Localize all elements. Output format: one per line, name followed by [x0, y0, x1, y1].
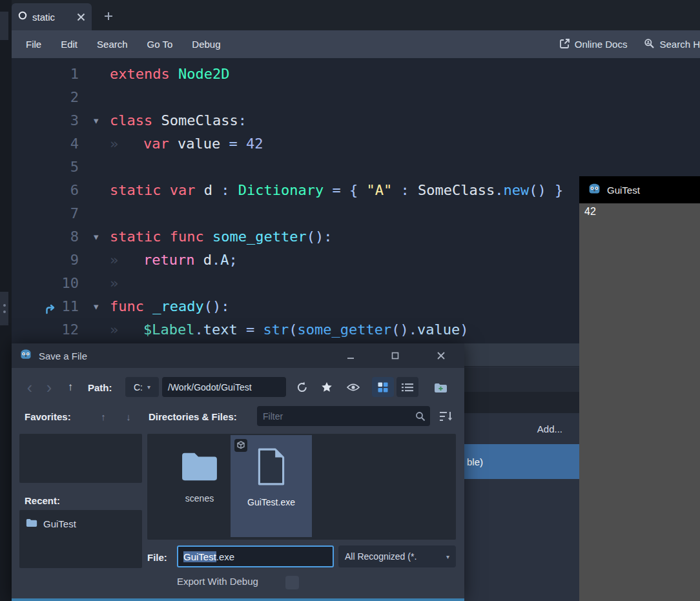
code-token: some_getter: [212, 229, 307, 245]
export-preset-selected-row[interactable]: ble): [464, 444, 579, 479]
code-line-3[interactable]: 3▾class SomeClass:: [12, 109, 700, 132]
code-token: Node2D: [178, 66, 229, 82]
line-number[interactable]: 5: [12, 156, 79, 179]
favorite-move-up-button[interactable]: ↑: [96, 406, 110, 427]
code-token: [238, 321, 246, 338]
line-number[interactable]: 3: [12, 109, 79, 132]
tab-static[interactable]: static: [12, 3, 92, 30]
show-hidden-toggle[interactable]: [344, 376, 363, 399]
add-preset-button[interactable]: Add...: [464, 413, 579, 444]
override-indicator-icon: [45, 301, 57, 318]
file-item-guitest-exe[interactable]: GuiTest.exe: [231, 435, 312, 537]
sort-toggle-button[interactable]: [437, 406, 456, 427]
filename-input[interactable]: GuiTest.exe: [177, 545, 334, 567]
menu-edit[interactable]: Edit: [61, 39, 77, 50]
directories-files-label: Directories & Files:: [149, 406, 237, 427]
create-folder-button[interactable]: [429, 376, 452, 399]
recent-item-guitest[interactable]: GuiTest: [19, 518, 142, 529]
files-list[interactable]: scenes GuiTest.exe: [147, 434, 456, 540]
code-text: »$Label.text = str(some_getter().value): [110, 318, 468, 341]
eye-icon: [347, 383, 360, 392]
fold-arrow-icon[interactable]: ▾: [94, 295, 99, 318]
godot-editor-root: static File Edit Search Go To Debug Onli…: [0, 0, 700, 601]
external-link-icon: [559, 38, 570, 51]
menu-search[interactable]: Search: [97, 39, 128, 50]
code-line-2[interactable]: 2: [12, 86, 700, 109]
code-token: :: [238, 112, 247, 128]
path-input[interactable]: /Work/Godot/GuiTest: [162, 377, 286, 397]
recent-list[interactable]: GuiTest: [19, 510, 142, 568]
file-label: File:: [147, 547, 167, 567]
code-token: new: [503, 182, 529, 198]
line-number[interactable]: 6: [12, 179, 79, 202]
folder-icon: [26, 518, 37, 529]
line-number[interactable]: 12: [12, 318, 79, 341]
drive-dropdown[interactable]: C: ▾: [125, 377, 159, 397]
refresh-button[interactable]: [293, 376, 311, 399]
refresh-icon: [296, 382, 308, 393]
new-tab-button[interactable]: [101, 9, 116, 23]
line-number[interactable]: 10: [12, 272, 79, 295]
line-number[interactable]: 7: [12, 202, 79, 225]
code-token: (): [391, 321, 409, 338]
close-button[interactable]: [429, 343, 453, 368]
up-directory-button[interactable]: ↑: [62, 376, 79, 399]
code-token: [144, 298, 152, 314]
code-token: [170, 66, 178, 82]
code-line-4[interactable]: 4»var value = 42: [12, 132, 700, 156]
code-token: var: [143, 136, 169, 152]
code-token: [204, 229, 212, 245]
menu-goto[interactable]: Go To: [147, 39, 173, 50]
dock-tab-sliver[interactable]: [0, 12, 8, 40]
code-token: [238, 136, 246, 152]
line-number[interactable]: 9: [12, 249, 79, 272]
favorites-list[interactable]: [19, 434, 142, 483]
online-docs-button[interactable]: Online Docs: [559, 38, 628, 51]
grid-view-toggle[interactable]: [372, 377, 394, 397]
panel-band-dark: [464, 392, 579, 413]
minimize-button[interactable]: [339, 343, 362, 368]
list-view-toggle[interactable]: [396, 377, 418, 397]
save-file-dialog: Save a File ‹ › ↑ Path: C: ▾ /Work/Godot…: [12, 343, 464, 601]
code-line-5[interactable]: 5: [12, 156, 700, 179]
code-text: extends Node2D: [110, 63, 229, 86]
forward-button[interactable]: ›: [41, 376, 57, 399]
line-number[interactable]: 2: [12, 86, 79, 109]
filter-input-wrap: [257, 406, 430, 426]
left-dock-strip: [0, 0, 12, 601]
favorite-toggle-button[interactable]: [318, 376, 336, 399]
code-token: d: [194, 252, 212, 268]
tab-close-icon[interactable]: [77, 13, 85, 21]
code-token: static: [110, 182, 161, 198]
search-help-button[interactable]: Search Help: [644, 38, 700, 51]
filter-input[interactable]: [257, 406, 430, 426]
line-number[interactable]: 8: [12, 225, 79, 249]
code-text: static var d : Dictionary = { "A" : Some…: [110, 179, 563, 202]
menu-file[interactable]: File: [26, 39, 41, 50]
line-number[interactable]: 1: [12, 63, 79, 86]
file-type-value: All Recognized (*.: [345, 551, 417, 562]
maximize-button[interactable]: [384, 343, 407, 368]
fold-arrow-icon[interactable]: ▾: [94, 225, 99, 249]
code-token: value: [417, 321, 460, 338]
menu-debug[interactable]: Debug: [192, 39, 220, 50]
file-item-scenes[interactable]: scenes: [159, 435, 240, 537]
export-debug-label: Export With Debug: [177, 576, 258, 590]
export-debug-checkbox[interactable]: [285, 576, 299, 589]
code-token: =: [332, 182, 340, 198]
dock-handle[interactable]: [0, 292, 8, 325]
game-window-titlebar[interactable]: GuiTest: [579, 176, 700, 203]
file-type-dropdown[interactable]: All Recognized (*. ▾: [338, 545, 456, 567]
favorite-move-down-button[interactable]: ↓: [121, 406, 136, 427]
preset-row-text-fragment: ble): [467, 456, 483, 467]
file-item-label: GuiTest.exe: [247, 497, 295, 507]
code-line-1[interactable]: 1extends Node2D: [12, 63, 700, 86]
script-class-icon: [18, 11, 27, 23]
game-window: GuiTest 42: [579, 176, 700, 601]
back-button[interactable]: ‹: [22, 376, 37, 399]
line-number[interactable]: 4: [12, 132, 79, 156]
fold-arrow-icon[interactable]: ▾: [94, 109, 99, 132]
code-token: ():: [307, 229, 333, 245]
code-text: »return d.A;: [110, 249, 238, 272]
search-help-icon: [644, 38, 655, 51]
